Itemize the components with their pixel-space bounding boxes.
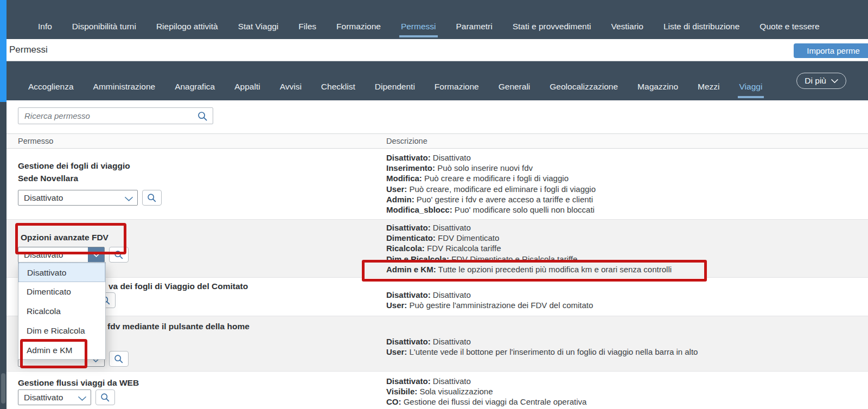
tab-amministrazione[interactable]: Amministrazione bbox=[93, 82, 156, 92]
permit-value-dropdown[interactable]: Disattivato bbox=[18, 389, 91, 405]
top-tab-files[interactable]: Files bbox=[298, 22, 316, 31]
top-tab-liste-di-distribuzione[interactable]: Liste di distribuzione bbox=[663, 22, 739, 31]
scrollbar-thumb[interactable] bbox=[1, 373, 5, 404]
table-row: Gestione flussi viaggi da WEB Disattivat… bbox=[7, 371, 868, 409]
permit-title-partial: fdv mediante il pulsante della home bbox=[107, 320, 250, 333]
search-icon bbox=[147, 193, 157, 203]
table-row: va dei fogli di Viaggio del Comitato Dis… bbox=[7, 277, 868, 316]
left-rail-accent bbox=[0, 0, 7, 102]
top-tab-info[interactable]: Info bbox=[38, 22, 52, 31]
tab-avvisi[interactable]: Avvisi bbox=[280, 82, 302, 92]
tab-mezzi[interactable]: Mezzi bbox=[698, 82, 719, 92]
page-title: Permessi bbox=[9, 39, 48, 61]
permit-title: Gestione flussi viaggi da WEB bbox=[18, 376, 139, 389]
more-button-label: Di più bbox=[805, 76, 826, 86]
permit-description: Disattivato: Disattivato Inserimento: Pu… bbox=[386, 152, 596, 215]
column-header-permesso: Permesso bbox=[18, 134, 53, 148]
search-input[interactable] bbox=[18, 108, 213, 124]
dropdown-option-admin-e-km[interactable]: Admin e KM bbox=[18, 341, 105, 360]
tab-accoglienza[interactable]: Accoglienza bbox=[28, 82, 74, 92]
search-icon bbox=[114, 354, 124, 364]
table-row: Gestione dei fogli di viaggio Sede Novel… bbox=[7, 149, 868, 219]
permit-title: Opzioni avanzate FDV bbox=[21, 231, 108, 244]
permit-description: Disattivato: Disattivato User: L'utente … bbox=[386, 336, 698, 357]
top-navigation-bar: Info Disponibilità turni Riepilogo attiv… bbox=[7, 0, 868, 39]
search-field-wrap bbox=[18, 107, 213, 124]
dropdown-option-dim-e-ricalcola[interactable]: Dim e Ricalcola bbox=[18, 321, 105, 341]
permit-value-dropdown[interactable]: Disattivato bbox=[18, 190, 138, 206]
page-title-bar: Permessi Importa perme bbox=[7, 39, 868, 61]
permit-description: Disattivato: Disattivato Dimenticato: FD… bbox=[386, 222, 672, 274]
search-icon bbox=[100, 393, 110, 402]
more-button[interactable]: Di più bbox=[796, 73, 846, 89]
tab-generali[interactable]: Generali bbox=[499, 82, 531, 92]
column-header-descrizione: Descrizione bbox=[386, 134, 427, 148]
left-rail bbox=[0, 0, 7, 409]
top-tab-parametri[interactable]: Parametri bbox=[456, 22, 493, 31]
top-tab-stati-e-provvedimenti[interactable]: Stati e provvedimenti bbox=[513, 22, 591, 31]
tab-viaggi[interactable]: Viaggi bbox=[739, 82, 763, 92]
tab-dipendenti[interactable]: Dipendenti bbox=[375, 82, 415, 92]
import-permits-button[interactable]: Importa perme bbox=[794, 43, 868, 58]
dropdown-option-ricalcola[interactable]: Ricalcola bbox=[18, 302, 105, 321]
permit-title-partial: va dei fogli di Viaggio del Comitato bbox=[108, 280, 248, 292]
category-tab-bar: Accoglienza Amministrazione Anagrafica A… bbox=[7, 61, 868, 100]
permit-title: Gestione dei fogli di viaggio Sede Novel… bbox=[18, 159, 130, 184]
chevron-down-icon bbox=[78, 394, 86, 404]
top-tab-formazione[interactable]: Formazione bbox=[336, 22, 381, 31]
permits-content-area: Permesso Descrizione Gestione dei fogli … bbox=[7, 100, 868, 409]
value-help-button[interactable] bbox=[95, 389, 115, 405]
top-tab-stat-viaggi[interactable]: Stat Viaggi bbox=[238, 22, 279, 31]
search-icon bbox=[114, 250, 124, 260]
tab-magazzino[interactable]: Magazzino bbox=[637, 82, 678, 92]
top-tab-permessi[interactable]: Permessi bbox=[401, 22, 436, 31]
chevron-down-icon bbox=[831, 79, 838, 84]
permit-description: Disattivato: Disattivato Visibile: Sola … bbox=[386, 376, 586, 409]
top-tab-riepilogo-attivita[interactable]: Riepilogo attività bbox=[156, 22, 218, 31]
tab-checklist[interactable]: Checklist bbox=[321, 82, 355, 92]
top-tab-vestiario[interactable]: Vestiario bbox=[611, 22, 643, 31]
table-row: fdv mediante il pulsante della home Disa… bbox=[7, 316, 868, 371]
table-header: Permesso Descrizione bbox=[7, 133, 868, 149]
chevron-down-icon bbox=[125, 194, 133, 204]
permit-value-dropdown-open[interactable]: Disattivato bbox=[18, 247, 105, 263]
top-tab-quote-e-tessere[interactable]: Quote e tessere bbox=[760, 22, 819, 31]
permit-description: Disattivato: Disattivato User: Può gesti… bbox=[386, 290, 593, 310]
tab-anagrafica[interactable]: Anagrafica bbox=[175, 82, 215, 92]
table-row: Opzioni avanzate FDV Disattivato Disatti… bbox=[7, 219, 868, 277]
value-help-button[interactable] bbox=[142, 190, 162, 206]
search-icon[interactable] bbox=[197, 111, 208, 124]
tab-formazione[interactable]: Formazione bbox=[435, 82, 479, 92]
value-help-button[interactable] bbox=[109, 247, 129, 263]
chevron-down-icon[interactable] bbox=[88, 247, 104, 262]
top-tab-disponibilita-turni[interactable]: Disponibilità turni bbox=[72, 22, 136, 31]
value-help-button[interactable] bbox=[109, 351, 129, 367]
app-window: Info Disponibilità turni Riepilogo attiv… bbox=[0, 0, 868, 409]
tab-appalti[interactable]: Appalti bbox=[234, 82, 260, 92]
dropdown-options-popup: Disattivato Dimenticato Ricalcola Dim e … bbox=[18, 262, 106, 360]
dropdown-option-dimenticato[interactable]: Dimenticato bbox=[18, 282, 105, 302]
dropdown-option-disattivato[interactable]: Disattivato bbox=[18, 263, 105, 282]
tab-geolocalizzazione[interactable]: Geolocalizzazione bbox=[550, 82, 618, 92]
